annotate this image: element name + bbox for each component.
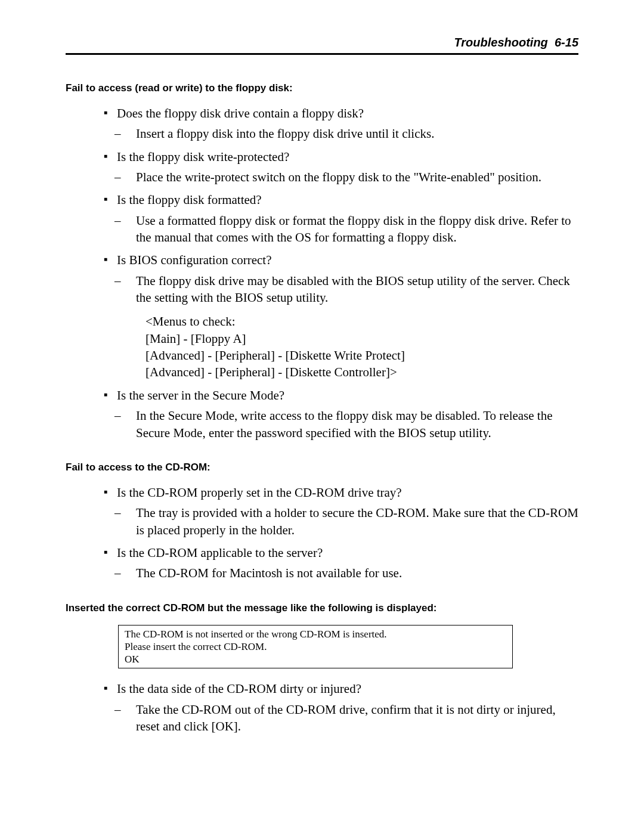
question: Is the CD-ROM applicable to the server? bbox=[117, 546, 323, 560]
msg-line: The CD-ROM is not inserted or the wrong … bbox=[125, 628, 506, 640]
question: Is the server in the Secure Mode? bbox=[117, 388, 284, 402]
list-item: Is BIOS configuration correct? –The flop… bbox=[104, 252, 578, 380]
answer: –The CD-ROM for Macintosh is not availab… bbox=[125, 565, 578, 581]
list-item: Is the server in the Secure Mode? –In th… bbox=[104, 387, 578, 441]
cdrom-list: Is the CD-ROM properly set in the CD-ROM… bbox=[66, 484, 578, 582]
menu-line: <Menus to check: bbox=[145, 313, 578, 330]
question: Is the data side of the CD-ROM dirty or … bbox=[117, 682, 361, 696]
list-item: Does the floppy disk drive contain a flo… bbox=[104, 105, 578, 143]
list-item: Is the floppy disk formatted? –Use a for… bbox=[104, 191, 578, 246]
section-title-cdrom-msg: Inserted the correct CD-ROM but the mess… bbox=[66, 602, 578, 614]
floppy-list: Does the floppy disk drive contain a flo… bbox=[66, 105, 578, 441]
section-name: Troubleshooting bbox=[454, 36, 547, 49]
header-rule bbox=[66, 53, 578, 55]
question: Is the floppy disk formatted? bbox=[117, 193, 262, 207]
msg-line: Please insert the correct CD-ROM. bbox=[125, 640, 506, 653]
answer: –Use a formatted floppy disk or format t… bbox=[125, 212, 578, 246]
document-page: Troubleshooting 6-15 Fail to access (rea… bbox=[0, 0, 644, 833]
answer: –Take the CD-ROM out of the CD-ROM drive… bbox=[125, 701, 578, 735]
menu-line: [Advanced] - [Peripheral] - [Diskette Wr… bbox=[145, 347, 578, 364]
list-item: Is the data side of the CD-ROM dirty or … bbox=[104, 680, 578, 735]
answer: –The tray is provided with a holder to s… bbox=[125, 504, 578, 538]
page-number: 6-15 bbox=[555, 36, 578, 49]
answer: –Insert a floppy disk into the floppy di… bbox=[125, 125, 578, 142]
running-head: Troubleshooting 6-15 bbox=[66, 36, 578, 53]
question: Does the floppy disk drive contain a flo… bbox=[117, 106, 364, 120]
menu-line: [Advanced] - [Peripheral] - [Diskette Co… bbox=[145, 364, 578, 380]
answer: –The floppy disk drive may be disabled w… bbox=[125, 272, 578, 306]
question: Is the CD-ROM properly set in the CD-ROM… bbox=[117, 485, 402, 500]
section-title-floppy: Fail to access (read or write) to the fl… bbox=[66, 82, 578, 94]
question: Is the floppy disk write-protected? bbox=[117, 150, 289, 164]
message-box: The CD-ROM is not inserted or the wrong … bbox=[118, 625, 513, 669]
list-item: Is the floppy disk write-protected? –Pla… bbox=[104, 148, 578, 186]
bios-menus: <Menus to check: [Main] - [Floppy A] [Ad… bbox=[145, 313, 578, 380]
list-item: Is the CD-ROM applicable to the server? … bbox=[104, 544, 578, 582]
menu-line: [Main] - [Floppy A] bbox=[145, 330, 578, 347]
msg-line: OK bbox=[125, 653, 506, 665]
question: Is BIOS configuration correct? bbox=[117, 253, 272, 267]
list-item: Is the CD-ROM properly set in the CD-ROM… bbox=[104, 484, 578, 538]
cdrom-msg-list: Is the data side of the CD-ROM dirty or … bbox=[66, 680, 578, 735]
answer: –In the Secure Mode, write access to the… bbox=[125, 407, 578, 441]
section-title-cdrom-access: Fail to access to the CD-ROM: bbox=[66, 462, 578, 473]
answer: –Place the write-protect switch on the f… bbox=[125, 169, 578, 185]
